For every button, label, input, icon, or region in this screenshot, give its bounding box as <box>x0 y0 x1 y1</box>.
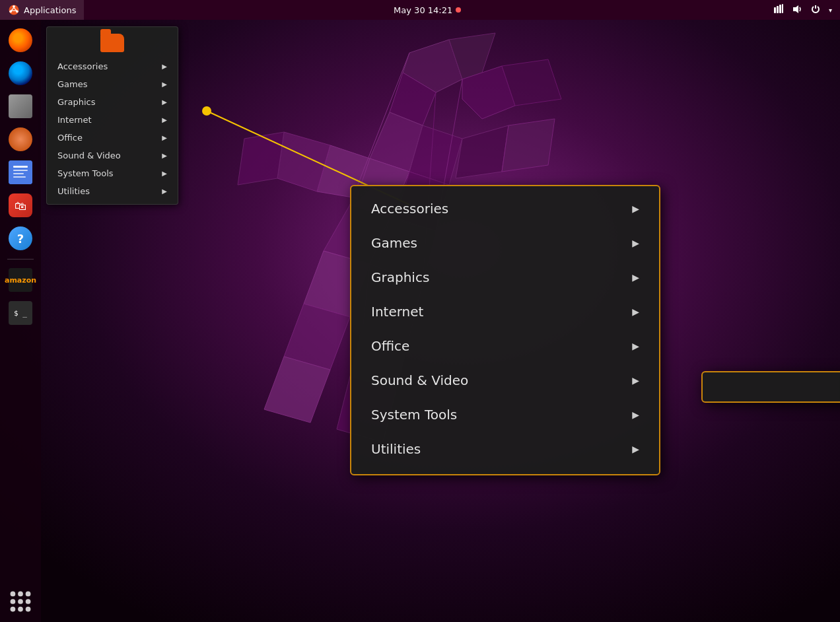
small-menu-arrow-utilities: ▶ <box>162 188 167 195</box>
show-apps-icon <box>9 590 32 613</box>
large-menu-item-accessories[interactable]: Accessories ▶ <box>351 191 659 226</box>
large-menu-item-system-tools[interactable]: System Tools ▶ <box>351 397 659 432</box>
large-menu-graphics-label: Graphics <box>371 269 429 285</box>
small-menu-arrow-office: ▶ <box>162 134 167 141</box>
small-menu-arrow-graphics: ▶ <box>162 98 167 106</box>
sidebar-item-firefox[interactable] <box>5 25 36 55</box>
sidebar-item-help[interactable]: ? <box>5 223 36 254</box>
large-menu-item-graphics[interactable]: Graphics ▶ <box>351 260 659 294</box>
applications-menu-button[interactable]: Applications <box>0 0 84 20</box>
svg-rect-39 <box>13 170 28 171</box>
small-menu-item-games[interactable]: Games ▶ <box>47 75 178 93</box>
svg-marker-36 <box>793 5 798 13</box>
panel-left: Applications <box>0 0 84 20</box>
svg-rect-40 <box>13 173 24 174</box>
large-menu-sound-video-label: Sound & Video <box>371 372 468 388</box>
dock-separator <box>7 259 34 259</box>
small-menu-item-sound-video-label: Sound & Video <box>57 151 121 160</box>
svg-rect-38 <box>13 166 28 168</box>
software-center-icon: 🛍 <box>9 193 32 217</box>
sidebar-item-thunderbird[interactable] <box>5 58 36 88</box>
sidebar-item-amazon[interactable]: amazon <box>5 265 36 295</box>
context-menu-small: Accessories ▶ Games ▶ Graphics ▶ Interne… <box>46 26 178 205</box>
svg-rect-37 <box>9 160 32 184</box>
small-menu-arrow-sound-video: ▶ <box>162 152 167 159</box>
firefox-icon <box>9 28 32 52</box>
applications-label: Applications <box>24 5 76 15</box>
panel-right: ▾ <box>771 4 840 17</box>
large-menu-item-utilities[interactable]: Utilities ▶ <box>351 432 659 466</box>
sidebar-item-show-apps[interactable] <box>5 586 36 617</box>
large-menu-internet-label: Internet <box>371 304 423 320</box>
sidebar-item-software-center[interactable]: 🛍 <box>5 190 36 221</box>
ubuntu-logo-icon <box>8 4 20 16</box>
small-menu-item-system-tools[interactable]: System Tools ▶ <box>47 164 178 182</box>
sidebar-dock: 🛍 ? amazon $ _ <box>0 20 41 622</box>
power-icon[interactable] <box>808 4 823 17</box>
svg-point-49 <box>18 607 23 612</box>
large-menu-item-office[interactable]: Office ▶ <box>351 329 659 363</box>
large-menu-header <box>701 371 840 403</box>
svg-point-29 <box>13 5 15 8</box>
panel-center: May 30 14:21 <box>84 5 771 15</box>
large-menu-games-label: Games <box>371 235 417 251</box>
help-icon: ? <box>9 226 32 250</box>
small-menu-arrow-system-tools: ▶ <box>162 170 167 177</box>
sidebar-item-files[interactable] <box>5 91 36 121</box>
svg-point-42 <box>11 592 16 597</box>
files-icon <box>9 94 32 118</box>
large-menu-system-tools-label: System Tools <box>371 407 457 423</box>
thunderbird-icon <box>9 61 32 85</box>
context-menu-large: Accessories ▶ Games ▶ Graphics ▶ Interne… <box>350 185 660 475</box>
small-menu-item-accessories[interactable]: Accessories ▶ <box>47 57 178 75</box>
svg-rect-33 <box>777 6 779 13</box>
large-menu-arrow-games: ▶ <box>632 238 639 248</box>
large-menu-arrow-internet: ▶ <box>632 306 639 317</box>
small-menu-item-games-label: Games <box>57 79 87 89</box>
dropdown-arrow-icon[interactable]: ▾ <box>826 7 835 14</box>
svg-rect-32 <box>774 7 776 13</box>
small-menu-item-graphics-label: Graphics <box>57 97 95 107</box>
writer-icon <box>9 160 32 184</box>
svg-point-44 <box>26 592 31 597</box>
large-menu-arrow-office: ▶ <box>632 341 639 351</box>
large-menu-item-games[interactable]: Games ▶ <box>351 226 659 260</box>
small-menu-item-accessories-label: Accessories <box>57 61 108 71</box>
svg-point-48 <box>11 607 16 612</box>
small-menu-arrow-games: ▶ <box>162 81 167 88</box>
small-menu-item-sound-video[interactable]: Sound & Video ▶ <box>47 147 178 164</box>
terminal-icon: $ _ <box>9 301 32 325</box>
svg-rect-41 <box>13 176 26 178</box>
volume-icon[interactable] <box>789 4 805 17</box>
svg-rect-35 <box>782 4 783 13</box>
sidebar-item-rhythmbox[interactable] <box>5 124 36 155</box>
large-menu-arrow-utilities: ▶ <box>632 444 639 454</box>
recording-indicator <box>456 7 461 13</box>
large-menu-arrow-sound-video: ▶ <box>632 375 639 386</box>
large-menu-accessories-label: Accessories <box>371 201 448 217</box>
large-menu-arrow-system-tools: ▶ <box>632 409 639 420</box>
large-menu-item-internet[interactable]: Internet ▶ <box>351 294 659 329</box>
svg-marker-15 <box>502 119 555 172</box>
small-menu-item-internet[interactable]: Internet ▶ <box>47 111 178 129</box>
svg-marker-18 <box>238 132 284 185</box>
svg-rect-34 <box>779 5 781 13</box>
network-icon[interactable] <box>771 4 787 17</box>
svg-point-43 <box>18 592 23 597</box>
sidebar-item-terminal[interactable]: $ _ <box>5 298 36 328</box>
large-menu-arrow-graphics: ▶ <box>632 272 639 283</box>
sidebar-item-writer[interactable] <box>5 157 36 188</box>
svg-point-46 <box>18 599 23 604</box>
top-panel: Applications May 30 14:21 <box>0 0 840 20</box>
small-menu-item-graphics[interactable]: Graphics ▶ <box>47 93 178 111</box>
large-menu-office-label: Office <box>371 338 409 354</box>
large-menu-item-sound-video[interactable]: Sound & Video ▶ <box>351 363 659 397</box>
amazon-icon: amazon <box>9 268 32 292</box>
small-menu-item-office[interactable]: Office ▶ <box>47 129 178 147</box>
small-menu-item-system-tools-label: System Tools <box>57 168 114 178</box>
svg-point-47 <box>26 599 31 604</box>
small-menu-item-utilities[interactable]: Utilities ▶ <box>47 182 178 200</box>
svg-point-45 <box>11 599 16 604</box>
small-menu-arrow-internet: ▶ <box>162 116 167 123</box>
large-menu-arrow-accessories: ▶ <box>632 203 639 214</box>
